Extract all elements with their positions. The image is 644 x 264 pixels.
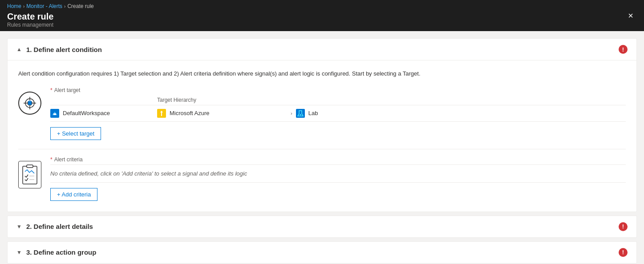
breadcrumb-monitor-alerts[interactable]: Monitor - Alerts [26, 3, 62, 9]
resource-name-cell: DefaultWorkspace [50, 105, 157, 121]
section-1-description: Alert condition configuration requires 1… [18, 69, 626, 78]
required-star-target: * [50, 87, 53, 93]
hierarchy-chevron: › [291, 111, 292, 116]
svg-rect-9 [53, 113, 56, 115]
section-1-error-icon: ! [619, 45, 628, 54]
alert-criteria-label-text: Alert criteria [54, 156, 83, 163]
hierarchy-lab-cell: › Lab [291, 105, 626, 121]
criteria-content: * Alert criteria No criteria defined, cl… [50, 156, 626, 201]
section-1-title: 1. Define alert condition [26, 46, 102, 53]
page-title: Create rule [7, 11, 94, 22]
section-2-chevron: ▼ [16, 224, 22, 230]
resource-cell: DefaultWorkspace [50, 109, 157, 118]
target-table: Target Hierarchy [50, 95, 626, 122]
section-3-card: ▼ 3. Define action group ! [7, 241, 637, 264]
breadcrumb-home[interactable]: Home [7, 3, 21, 9]
section-1-header-left: ▲ 1. Define alert condition [16, 46, 102, 53]
target-content: * Alert target Target Hierarchy [50, 87, 626, 140]
section-2-header-left: ▼ 2. Define alert details [16, 223, 93, 230]
alert-target-area: * Alert target Target Hierarchy [18, 87, 626, 140]
section-2-error-icon: ! [619, 222, 628, 231]
section-1-body: Alert condition configuration requires 1… [8, 60, 636, 212]
resource-name-text: DefaultWorkspace [63, 110, 110, 116]
select-target-button[interactable]: + Select target [50, 127, 101, 140]
hierarchy-cell: Microsoft Azure [157, 105, 291, 121]
section-1-header[interactable]: ▲ 1. Define alert condition ! [8, 39, 636, 60]
target-row: DefaultWorkspace [50, 105, 626, 121]
alert-criteria-area: * Alert criteria No criteria defined, cl… [18, 156, 626, 201]
criteria-empty-text: No criteria defined, click on 'Add crite… [50, 164, 626, 183]
alert-target-label: * Alert target [50, 87, 626, 93]
svg-point-12 [300, 114, 301, 115]
target-crosshair-icon [24, 97, 36, 109]
section-2-card: ▼ 2. Define alert details ! [7, 216, 637, 238]
col-alert-target [50, 95, 157, 105]
col-target-hierarchy: Target Hierarchy [157, 95, 291, 105]
target-icon-circle [18, 92, 41, 115]
section-3-chevron: ▼ [16, 249, 22, 256]
add-criteria-button[interactable]: + Add criteria [50, 188, 97, 201]
section-3-error-icon: ! [619, 248, 628, 257]
alert-target-label-text: Alert target [54, 87, 81, 93]
hierarchy-azure-text: Microsoft Azure [170, 110, 210, 116]
breadcrumb-current: Create rule [67, 3, 93, 9]
section-3-header-left: ▼ 3. Define action group [16, 248, 96, 256]
sep1: › [23, 4, 24, 9]
svg-rect-13 [23, 166, 37, 184]
section-1-chevron: ▲ [16, 46, 22, 52]
azure-icon [157, 109, 166, 118]
section-3-header[interactable]: ▼ 3. Define action group ! [8, 242, 636, 263]
hierarchy-azure-cell: Microsoft Azure [157, 109, 291, 118]
main-content: ▲ 1. Define alert condition ! Alert cond… [0, 31, 644, 264]
section-2-title: 2. Define alert details [26, 223, 93, 230]
sep2: › [64, 4, 65, 9]
section-2-header[interactable]: ▼ 2. Define alert details ! [8, 216, 636, 237]
page-subtitle: Rules management [7, 22, 94, 28]
svg-rect-6 [28, 101, 32, 105]
section-3-title: 3. Define action group [26, 248, 97, 256]
criteria-clipboard-icon [22, 164, 38, 185]
svg-rect-14 [27, 165, 33, 168]
breadcrumb: Home › Monitor - Alerts › Create rule [7, 3, 94, 9]
close-button[interactable]: × [624, 9, 637, 22]
lab-icon [296, 109, 305, 118]
header-left: Home › Monitor - Alerts › Create rule Cr… [7, 3, 94, 28]
required-star-criteria: * [50, 156, 53, 163]
top-bar: Home › Monitor - Alerts › Create rule Cr… [0, 0, 644, 31]
alert-criteria-label: * Alert criteria [50, 156, 626, 163]
criteria-divider [18, 149, 626, 149]
col-extra [291, 95, 626, 105]
section-1-card: ▲ 1. Define alert condition ! Alert cond… [7, 38, 637, 212]
hierarchy-lab-text: Lab [308, 110, 318, 116]
workspace-icon [50, 109, 59, 118]
criteria-icon-box [18, 161, 41, 188]
svg-rect-11 [296, 109, 305, 118]
hierarchy-lab-area: › Lab [291, 109, 626, 118]
